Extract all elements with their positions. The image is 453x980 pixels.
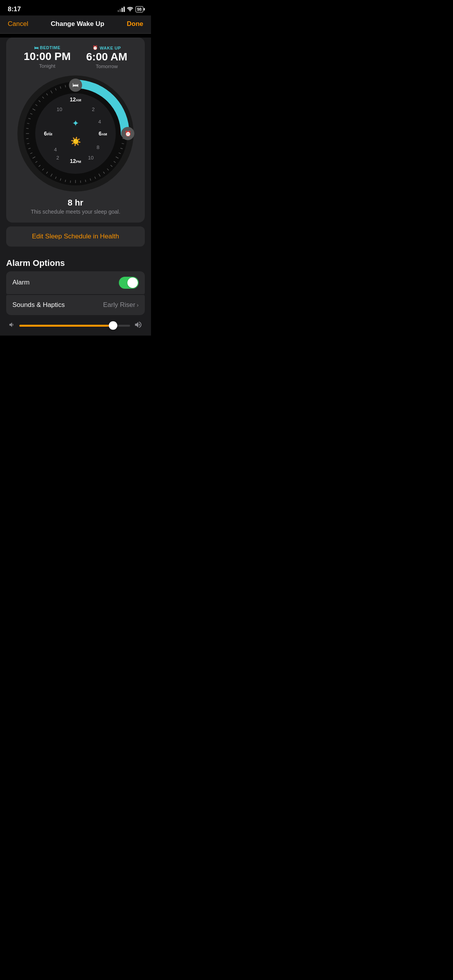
volume-row <box>6 316 145 336</box>
signal-icon <box>118 7 125 12</box>
alarm-row: Alarm <box>6 271 145 294</box>
svg-line-41 <box>33 157 35 158</box>
alarm-label: Alarm <box>12 279 29 286</box>
svg-line-44 <box>27 143 29 144</box>
svg-line-47 <box>26 128 29 128</box>
wifi-icon <box>127 6 133 12</box>
wakeup-day: Tomorrow <box>86 63 127 69</box>
sun-icon: ☀️ <box>70 137 81 147</box>
svg-line-56 <box>51 91 52 93</box>
alarm-options-title: Alarm Options <box>0 250 151 271</box>
svg-line-29 <box>85 180 86 182</box>
svg-line-48 <box>27 123 29 123</box>
svg-line-50 <box>30 113 32 114</box>
svg-line-58 <box>60 86 61 89</box>
svg-line-54 <box>42 97 44 98</box>
svg-line-53 <box>39 100 40 102</box>
clock-label-midnight: 12AM <box>70 96 81 103</box>
sparkle-icon: ✦ <box>72 118 79 128</box>
svg-line-25 <box>103 171 105 173</box>
edit-health-button[interactable]: Edit Sleep Schedule in Health <box>6 226 145 247</box>
svg-point-0 <box>129 10 130 11</box>
page-title: Change Wake Up <box>51 20 104 28</box>
svg-line-38 <box>42 168 44 170</box>
svg-line-43 <box>28 148 31 149</box>
clock-num-4pm: 4 <box>54 147 57 152</box>
svg-line-22 <box>114 161 116 163</box>
svg-line-30 <box>81 180 81 183</box>
clock-num-4: 4 <box>98 118 101 124</box>
volume-slider-track[interactable] <box>19 325 130 327</box>
bedtime-day: Tonight <box>24 63 70 69</box>
sounds-haptics-value: Early Riser <box>103 301 135 309</box>
clock-num-10pm: 10 <box>88 155 93 161</box>
bedtime-handle[interactable]: 🛏 <box>69 79 82 92</box>
svg-line-28 <box>90 178 91 181</box>
clock-center: ✦ <box>72 118 79 129</box>
alarm-icon: ⏰ <box>93 45 98 50</box>
sounds-haptics-label: Sounds & Haptics <box>12 301 65 309</box>
svg-line-19 <box>120 148 123 149</box>
svg-line-18 <box>122 143 124 144</box>
svg-line-24 <box>107 168 109 170</box>
bedtime-item: 🛏 BEDTIME 10:00 PM Tonight <box>24 45 70 69</box>
clock-label-noon: 12PM <box>70 158 81 164</box>
svg-line-20 <box>118 152 120 153</box>
done-button[interactable]: Done <box>127 20 144 28</box>
svg-line-21 <box>116 157 118 158</box>
bed-handle-icon: 🛏 <box>72 82 79 89</box>
svg-line-55 <box>46 93 48 95</box>
clock-num-8am: 8 <box>97 144 100 150</box>
status-bar: 8:17 98 <box>0 0 151 15</box>
clock-num-10: 10 <box>57 106 62 112</box>
wakeup-item: ⏰ WAKE UP 6:00 AM Tomorrow <box>86 45 127 69</box>
volume-high-icon <box>134 320 142 331</box>
svg-line-45 <box>26 139 29 139</box>
bedtime-time[interactable]: 10:00 PM <box>24 51 70 63</box>
sleep-duration: 8 hr This schedule meets your sleep goal… <box>12 198 139 215</box>
status-icons: 98 <box>118 6 143 12</box>
svg-line-26 <box>99 174 100 176</box>
svg-line-51 <box>33 109 35 110</box>
nav-bar: Cancel Change Wake Up Done <box>0 15 151 34</box>
svg-line-23 <box>111 165 112 166</box>
bed-icon: 🛏 <box>34 45 39 50</box>
volume-low-icon <box>9 321 15 330</box>
schedule-header: 🛏 BEDTIME 10:00 PM Tonight ⏰ WAKE UP 6:0… <box>12 45 139 69</box>
svg-line-36 <box>51 174 52 176</box>
alarm-toggle[interactable] <box>119 277 139 289</box>
clock-center-sun: ☀️ <box>70 137 81 147</box>
svg-line-37 <box>46 171 48 173</box>
alarm-handle-icon: ⏰ <box>125 130 131 137</box>
wakeup-handle[interactable]: ⏰ <box>121 127 134 140</box>
status-time: 8:17 <box>8 5 21 13</box>
wakeup-time[interactable]: 6:00 AM <box>86 51 127 63</box>
main-content: 🛏 BEDTIME 10:00 PM Tonight ⏰ WAKE UP 6:0… <box>0 38 151 336</box>
svg-line-49 <box>28 118 31 119</box>
sounds-haptics-value-container: Early Riser › <box>103 301 139 309</box>
toggle-knob <box>127 278 138 288</box>
duration-hours: 8 hr <box>12 198 139 208</box>
sounds-haptics-row[interactable]: Sounds & Haptics Early Riser › <box>6 295 145 315</box>
svg-line-57 <box>55 88 56 90</box>
wakeup-label: ⏰ WAKE UP <box>86 45 127 50</box>
svg-line-39 <box>39 165 40 166</box>
battery-icon: 98 <box>136 6 143 12</box>
clock-num-2: 2 <box>92 106 94 112</box>
bedtime-label: 🛏 BEDTIME <box>24 45 70 50</box>
clock-num-2pm: 2 <box>57 155 59 161</box>
svg-line-32 <box>70 180 71 183</box>
svg-line-35 <box>55 176 56 178</box>
cancel-button[interactable]: Cancel <box>8 20 28 28</box>
sleep-schedule-card: 🛏 BEDTIME 10:00 PM Tonight ⏰ WAKE UP 6:0… <box>6 38 145 223</box>
sleep-clock[interactable]: 12AM 12PM 6AM 6PM 2 4 8 10 8 4 <box>17 75 134 192</box>
volume-thumb[interactable] <box>109 321 117 330</box>
clock-face: 12AM 12PM 6AM 6PM 2 4 8 10 8 4 <box>35 93 116 174</box>
svg-line-34 <box>60 178 61 181</box>
svg-line-52 <box>35 105 37 106</box>
clock-label-6am: 6AM <box>99 130 107 137</box>
svg-line-59 <box>65 85 65 87</box>
svg-line-40 <box>35 161 37 163</box>
duration-subtitle: This schedule meets your sleep goal. <box>12 209 139 215</box>
volume-fill <box>19 325 113 327</box>
